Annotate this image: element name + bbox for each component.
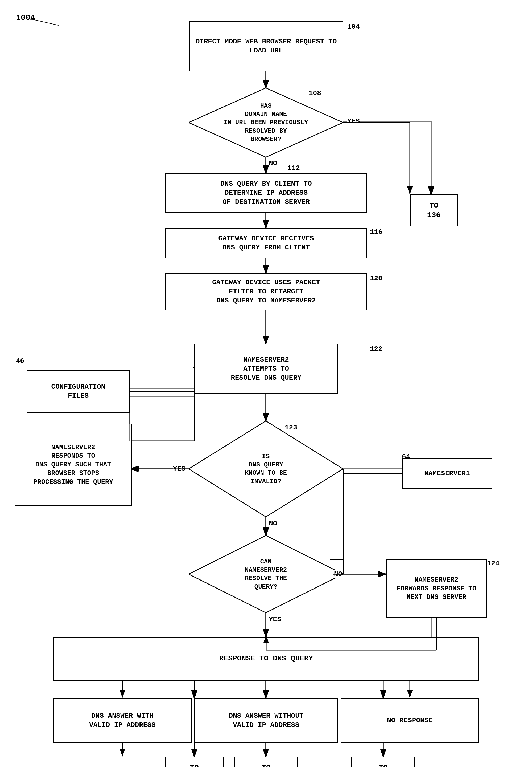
- box-124: NAMESERVER2FORWARDS RESPONSE TONEXT DNS …: [386, 559, 487, 618]
- box-to128-right: TO128: [351, 757, 415, 767]
- diamond-108: HASDOMAIN NAMEIN URL BEEN PREVIOUSLYRESO…: [189, 88, 343, 157]
- no-label-108: NO: [269, 159, 277, 167]
- box-112: DNS QUERY BY CLIENT TODETERMINE IP ADDRE…: [165, 173, 367, 213]
- box-response: RESPONSE TO DNS QUERY: [53, 637, 479, 681]
- yes-label-123: YES: [173, 465, 185, 473]
- box-no-response: NO RESPONSE: [341, 698, 479, 743]
- ref-112: 112: [287, 164, 300, 172]
- box-116: GATEWAY DEVICE RECEIVESDNS QUERY FROM CL…: [165, 228, 367, 259]
- ref-120: 120: [370, 274, 382, 282]
- flowchart-diagram: 100A DIRECT MODE WEB BROWSER REQUEST TO …: [0, 0, 532, 767]
- no-label-resolve: NO: [334, 570, 342, 578]
- diagram-title-label: 100A: [16, 13, 35, 22]
- box-nameserver1: NAMESERVER1: [402, 458, 492, 489]
- box-invalid-response: NAMESERVER2RESPONDS TODNS QUERY SUCH THA…: [15, 424, 132, 506]
- box-to136: TO136: [410, 195, 458, 227]
- ref-123: 123: [285, 424, 297, 432]
- yes-label-108: YES: [347, 117, 360, 125]
- box-no-valid-ip: DNS ANSWER WITHOUTVALID IP ADDRESS: [194, 698, 338, 743]
- ref-116: 116: [370, 228, 382, 236]
- ref-108: 108: [309, 89, 321, 97]
- diamond-123: ISDNS QUERYKNOWN TO BEINVALID?: [189, 421, 343, 517]
- box-122: NAMESERVER2ATTEMPTS TORESOLVE DNS QUERY: [194, 344, 338, 394]
- ref-124: 124: [487, 559, 500, 567]
- box-valid-ip: DNS ANSWER WITHVALID IP ADDRESS: [53, 698, 192, 743]
- ref-46: 46: [16, 357, 24, 365]
- box-120: GATEWAY DEVICE USES PACKETFILTER TO RETA…: [165, 273, 367, 310]
- box-to128-center: TO128: [234, 757, 298, 767]
- yes-label-resolve: YES: [269, 616, 281, 624]
- box-to126: TO126: [165, 757, 224, 767]
- ref-104: 104: [347, 23, 360, 31]
- box-104: DIRECT MODE WEB BROWSER REQUEST TO LOAD …: [189, 21, 343, 71]
- ref-122: 122: [370, 345, 382, 353]
- diamond-can-resolve: CANNAMESERVER2RESOLVE THEQUERY?: [189, 535, 343, 613]
- box-config-files: CONFIGURATIONFILES: [27, 370, 130, 413]
- no-label-123: NO: [269, 519, 277, 527]
